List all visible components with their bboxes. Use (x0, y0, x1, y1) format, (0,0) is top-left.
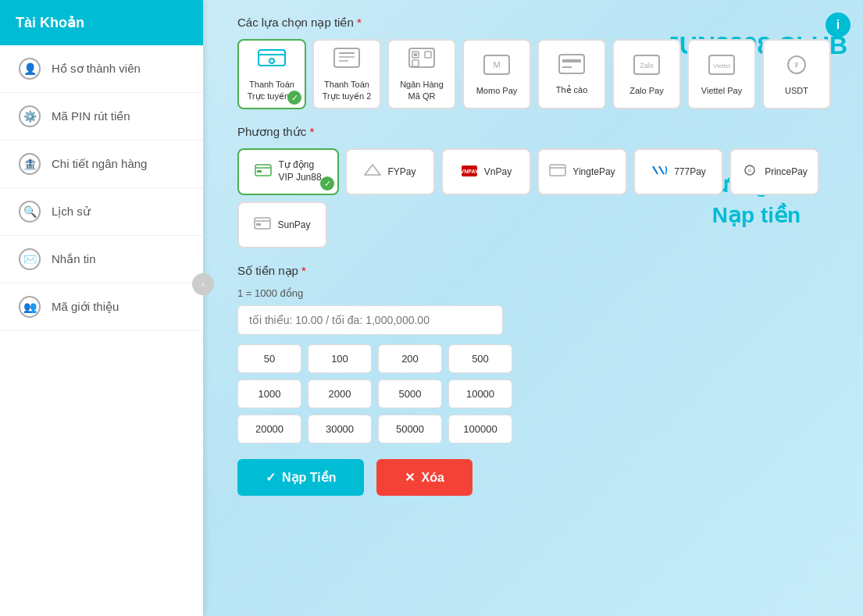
preset-1000[interactable]: 1000 (237, 379, 301, 408)
777pay-label: 777Pay (674, 166, 706, 177)
sidebar-label-bank: Chi tiết ngân hàng (52, 157, 147, 171)
svg-rect-11 (412, 60, 419, 66)
sidebar-item-bank[interactable]: 🏦 Chi tiết ngân hàng (0, 141, 203, 188)
amount-input[interactable] (237, 305, 503, 335)
fypay-icon (364, 164, 381, 180)
method-vnpay[interactable]: VNPAY VnPay (441, 148, 531, 195)
svg-rect-10 (425, 52, 431, 58)
tudong-icon (255, 164, 272, 180)
svg-text:P: P (748, 169, 751, 173)
svg-text:₮: ₮ (794, 62, 799, 69)
amount-presets: 50 100 200 500 1000 2000 5000 10000 2000… (237, 344, 840, 443)
yingpay-label: YingtePay (572, 166, 615, 177)
svg-rect-12 (414, 53, 417, 56)
thecao-icon (558, 53, 586, 80)
sidebar-label-history: Lịch sử (52, 205, 91, 219)
nganhang-label: Ngân HàngMã QR (400, 79, 444, 101)
sunpay-label: SunPay (277, 219, 310, 230)
method-princepay[interactable]: P PrincePay (729, 148, 819, 195)
sidebar-label-messages: Nhắn tin (52, 252, 96, 266)
deposit-option-momo[interactable]: M Momo Pay (462, 39, 531, 109)
preset-500[interactable]: 500 (448, 344, 512, 373)
princepay-icon: P (741, 164, 758, 180)
preset-100[interactable]: 100 (308, 344, 372, 373)
deposit-option-tt1[interactable]: Thanh ToánTrực tuyến 1 ✓ (237, 39, 306, 109)
deposit-option-nganhang[interactable]: Ngân HàngMã QR (387, 39, 456, 109)
deposit-options-label: Các lựa chọn nạp tiền * (237, 16, 840, 30)
svg-rect-30 (550, 165, 565, 176)
brand-guide-line2: Nạp tiền (665, 200, 847, 230)
usdt-icon: ₮ (783, 54, 811, 81)
bank-icon: 🏦 (19, 153, 41, 175)
method-required-mark: * (309, 125, 314, 138)
deposit-option-tt2[interactable]: Thanh ToánTrực tuyến 2 (312, 39, 381, 109)
tt2-icon (333, 47, 361, 74)
method-fypay[interactable]: FYPay (345, 148, 435, 195)
sidebar-label-pin: Mã PIN rút tiền (52, 109, 130, 123)
sidebar-label-profile: Hồ sơ thành viên (52, 62, 141, 76)
svg-text:Zalo: Zalo (640, 62, 654, 69)
tt2-label: Thanh ToánTrực tuyến 2 (323, 79, 372, 101)
deposit-option-thecao[interactable]: Thẻ cào (537, 39, 606, 109)
sidebar-item-profile[interactable]: 👤 Hồ sơ thành viên (0, 45, 203, 93)
sidebar-header: Tài Khoản (0, 0, 203, 45)
clear-button[interactable]: ✕ Xóa (376, 459, 472, 496)
svg-marker-27 (365, 165, 380, 175)
sidebar-label-referral: Mã giới thiệu (52, 300, 119, 314)
svg-rect-16 (562, 59, 581, 62)
zalopay-icon: Zalo (633, 54, 661, 81)
history-icon: 🔍 (19, 201, 41, 223)
momo-label: Momo Pay (476, 86, 518, 95)
usdt-label: USDT (785, 86, 808, 95)
method-tudong[interactable]: Tự độngVIP Jun88 ✓ (237, 148, 339, 195)
sidebar-item-messages[interactable]: ✉️ Nhắn tin (0, 236, 203, 283)
clear-x-icon: ✕ (405, 470, 415, 485)
preset-100000[interactable]: 100000 (448, 415, 512, 443)
fypay-label: FYPay (387, 166, 415, 177)
nganhang-icon (408, 47, 436, 74)
action-row: ✓ Nạp Tiền ✕ Xóa (237, 459, 840, 496)
collapse-icon: ‹ (201, 279, 205, 290)
preset-50[interactable]: 50 (237, 344, 301, 373)
777pay-icon (651, 164, 668, 180)
svg-rect-26 (257, 170, 262, 173)
vnpay-label: VnPay (484, 166, 512, 177)
referral-icon: 👥 (19, 296, 41, 318)
sidebar-title: Tài Khoản (16, 14, 84, 31)
svg-text:VNPAY: VNPAY (461, 169, 478, 174)
sidebar-item-history[interactable]: 🔍 Lịch sử (0, 188, 203, 236)
tudong-label: Tự độngVIP Jun88 (278, 159, 321, 183)
method-sunpay[interactable]: SunPay (237, 201, 327, 248)
main-content: i JUN8808.CLUB Hướng dẫn Nạp tiền Các lự… (214, 0, 863, 616)
deposit-required-mark: * (357, 16, 362, 29)
sidebar-collapse-button[interactable]: ‹ (192, 273, 214, 295)
method-777pay[interactable]: 777Pay (633, 148, 723, 195)
sidebar-item-pin[interactable]: ⚙️ Mã PIN rút tiền (0, 93, 203, 141)
amount-label: Số tiền nạp * (237, 264, 840, 278)
deposit-option-usdt[interactable]: ₮ USDT (762, 39, 831, 109)
deposit-button[interactable]: ✓ Nạp Tiền (237, 459, 364, 496)
thecao-label: Thẻ cào (556, 85, 588, 95)
viettel-label: Viettel Pay (701, 86, 742, 95)
svg-text:Viettel: Viettel (713, 62, 730, 69)
svg-rect-4 (334, 48, 359, 67)
viettel-icon: Viettel (708, 54, 736, 81)
svg-rect-36 (256, 223, 261, 226)
deposit-option-viettel[interactable]: Viettel Viettel Pay (687, 39, 756, 109)
preset-5000[interactable]: 5000 (378, 379, 442, 408)
preset-200[interactable]: 200 (378, 344, 442, 373)
svg-rect-15 (559, 55, 584, 73)
pin-icon: ⚙️ (19, 105, 41, 127)
tudong-selected-badge: ✓ (320, 176, 334, 190)
tt1-icon (258, 47, 286, 74)
method-yingpay[interactable]: YingtePay (537, 148, 627, 195)
deposit-options-grid: Thanh ToánTrực tuyến 1 ✓ Thanh ToánTrực … (237, 39, 840, 109)
preset-2000[interactable]: 2000 (308, 379, 372, 408)
preset-10000[interactable]: 10000 (448, 379, 512, 408)
momo-icon: M (483, 54, 511, 81)
sidebar-item-referral[interactable]: 👥 Mã giới thiệu (0, 283, 203, 331)
preset-50000[interactable]: 50000 (378, 415, 442, 443)
preset-30000[interactable]: 30000 (308, 415, 372, 443)
preset-20000[interactable]: 20000 (237, 415, 301, 443)
deposit-option-zalopay[interactable]: Zalo Zalo Pay (612, 39, 681, 109)
